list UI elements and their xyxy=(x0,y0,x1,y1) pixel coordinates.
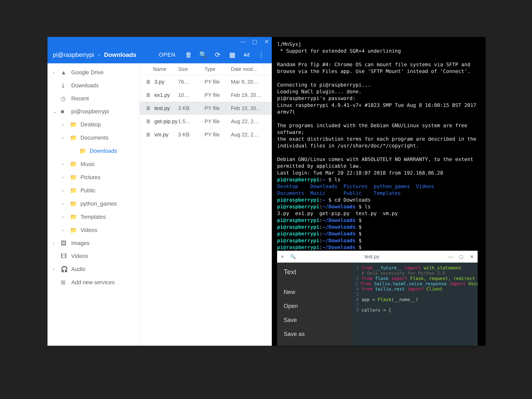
folder-icon: 📁 xyxy=(70,200,76,207)
menu-icon[interactable]: ≡ xyxy=(281,254,284,259)
close-icon[interactable]: ✕ xyxy=(264,38,269,45)
chevron-icon: › xyxy=(62,175,66,180)
search-icon[interactable]: 🔍 xyxy=(290,254,296,259)
col-type[interactable]: Type xyxy=(204,66,231,72)
sidebar-item-label: Videos xyxy=(81,227,97,233)
sidebar-item-videos[interactable]: ›📁Videos xyxy=(48,223,139,237)
sidebar-item-pi-raspberrypi[interactable]: ⌄■pi@raspberrypi xyxy=(48,105,139,118)
folder-icon: 📁 xyxy=(79,147,86,154)
file-row[interactable]: 🗎get-pip.py1.5…PY fileAug 22, 2… xyxy=(140,115,272,128)
files-sidebar[interactable]: ›▲Google Drive⤓Downloads◷Recent⌄■pi@rasp… xyxy=(48,63,140,346)
folder-icon: 📁 xyxy=(70,174,76,181)
sidebar-item-label: Pictures xyxy=(81,174,101,181)
sidebar-item-label: pi@raspberrypi xyxy=(71,108,109,115)
breadcrumb-current[interactable]: Downloads xyxy=(104,51,136,58)
sidebar-item-recent[interactable]: ◷Recent xyxy=(48,92,139,105)
sidebar-item-audio[interactable]: ›🎧Audio xyxy=(48,263,139,276)
editor-menu-open[interactable]: Open xyxy=(284,299,346,313)
editor-menu-save-as[interactable]: Save as xyxy=(284,327,346,341)
folder-icon: 📁 xyxy=(70,134,76,141)
file-size: 1.5… xyxy=(178,119,204,124)
editor-menu-new[interactable]: New xyxy=(284,285,346,299)
col-name[interactable]: Name xyxy=(153,66,178,72)
maximize-icon[interactable]: ▢ xyxy=(459,254,463,259)
file-row[interactable]: 🗎3.py76…PY fileMar 9, 20… xyxy=(140,75,272,89)
file-name: ex1.py xyxy=(153,92,178,98)
sidebar-item-images[interactable]: ›🖼Images xyxy=(48,237,139,250)
delete-icon[interactable]: 🗑 xyxy=(184,51,194,59)
editor-titlebar: ≡ 🔍 test.py — ▢ ✕ xyxy=(277,251,478,263)
sidebar-item-label: Public xyxy=(81,187,95,194)
file-icon: 🗎 xyxy=(144,92,153,98)
sidebar-item-label: python_games xyxy=(81,201,117,207)
breadcrumb-root[interactable]: pi@raspberrypi xyxy=(53,51,94,58)
file-row[interactable]: 🗎vm.py3 KBPY fileAug 22, 2… xyxy=(140,128,272,141)
chevron-icon: › xyxy=(62,227,66,233)
sidebar-item-label: Recent xyxy=(71,95,89,102)
chevron-icon: › xyxy=(62,135,66,140)
sidebar-item-label: Desktop xyxy=(81,121,101,128)
sidebar-item-python-games[interactable]: ›📁python_games xyxy=(48,197,139,210)
open-button[interactable]: OPEN xyxy=(155,52,179,58)
editor-code-area[interactable]: 1from __future__ import with_statement# … xyxy=(352,263,478,346)
sidebar-item-label: Downloads xyxy=(90,148,117,154)
chevron-icon: ⌄ xyxy=(53,109,57,114)
breadcrumb[interactable]: pi@raspberrypi › Downloads xyxy=(53,51,136,58)
col-date[interactable]: Date mod... xyxy=(231,66,268,72)
file-date: Aug 22, 2… xyxy=(231,132,268,138)
sidebar-item-documents[interactable]: ›📁Documents xyxy=(48,131,139,144)
folder-icon: ▲ xyxy=(61,69,67,76)
view-grid-icon[interactable]: ▦ xyxy=(227,51,238,59)
sidebar-item-downloads[interactable]: 📁Downloads xyxy=(48,144,139,158)
col-size[interactable]: Size xyxy=(178,66,204,72)
file-row[interactable]: 🗎ex1.py10…PY fileFeb 19, 20… xyxy=(140,89,272,101)
editor-filename: test.py xyxy=(302,254,442,260)
editor-menu-heading: Text xyxy=(284,268,346,276)
file-icon: 🗎 xyxy=(144,132,153,138)
chevron-right-icon: › xyxy=(98,51,100,58)
file-type: PY file xyxy=(204,92,231,98)
editor-menu-save[interactable]: Save xyxy=(284,313,346,327)
chevron-icon: › xyxy=(53,241,57,246)
sidebar-item-label: Documents xyxy=(81,135,108,141)
file-list-header[interactable]: Name Size Type Date mod... xyxy=(140,63,272,75)
search-icon[interactable]: 🔍 xyxy=(198,51,209,59)
more-icon[interactable]: ⋮ xyxy=(256,51,266,59)
sidebar-item-label: Music xyxy=(81,161,95,167)
sidebar-item-label: Add new services xyxy=(71,279,115,285)
files-toolbar: pi@raspberrypi › Downloads OPEN 🗑 🔍 ⟳ ▦ … xyxy=(48,46,272,63)
sidebar-item-google-drive[interactable]: ›▲Google Drive xyxy=(48,66,139,79)
file-size: 76… xyxy=(178,79,204,85)
sidebar-item-desktop[interactable]: ›📁Desktop xyxy=(48,118,139,131)
folder-icon: 🎞 xyxy=(61,253,67,260)
sidebar-item-add-new-services[interactable]: ⊞Add new services xyxy=(48,276,139,289)
sidebar-item-music[interactable]: ›📁Music xyxy=(48,158,139,171)
maximize-icon[interactable]: ▢ xyxy=(252,38,257,45)
minimize-icon[interactable]: — xyxy=(240,38,245,45)
file-type: PY file xyxy=(204,79,231,85)
refresh-icon[interactable]: ⟳ xyxy=(212,51,223,59)
sidebar-item-label: Images xyxy=(71,240,89,246)
file-date: Feb 10, 20… xyxy=(231,105,268,111)
sidebar-item-templates[interactable]: ›📁Templates xyxy=(48,210,139,223)
sidebar-item-downloads[interactable]: ⤓Downloads xyxy=(48,79,139,92)
chevron-icon: › xyxy=(62,122,66,127)
file-name: test.py xyxy=(153,105,178,111)
close-icon[interactable]: ✕ xyxy=(470,254,474,259)
file-row[interactable]: 🗎test.py3 KBPY fileFeb 10, 20… xyxy=(140,101,272,115)
file-type: PY file xyxy=(204,132,231,138)
file-name: get-pip.py xyxy=(153,119,178,124)
chevron-icon: › xyxy=(53,70,57,75)
folder-icon: ⊞ xyxy=(61,279,67,286)
file-list: Name Size Type Date mod... 🗎3.py76…PY fi… xyxy=(140,63,272,346)
sidebar-item-public[interactable]: ›📁Public xyxy=(48,184,139,197)
sidebar-item-pictures[interactable]: ›📁Pictures xyxy=(48,171,139,184)
file-icon: 🗎 xyxy=(144,119,153,124)
minimize-icon[interactable]: — xyxy=(448,254,453,259)
file-type: PY file xyxy=(204,105,231,111)
sidebar-item-videos[interactable]: 🎞Videos xyxy=(48,250,139,263)
chevron-icon: › xyxy=(62,214,66,220)
files-window-controls: — ▢ ✕ xyxy=(48,37,272,46)
chevron-icon: › xyxy=(53,266,57,272)
sort-az-icon[interactable]: AZ xyxy=(241,52,252,57)
